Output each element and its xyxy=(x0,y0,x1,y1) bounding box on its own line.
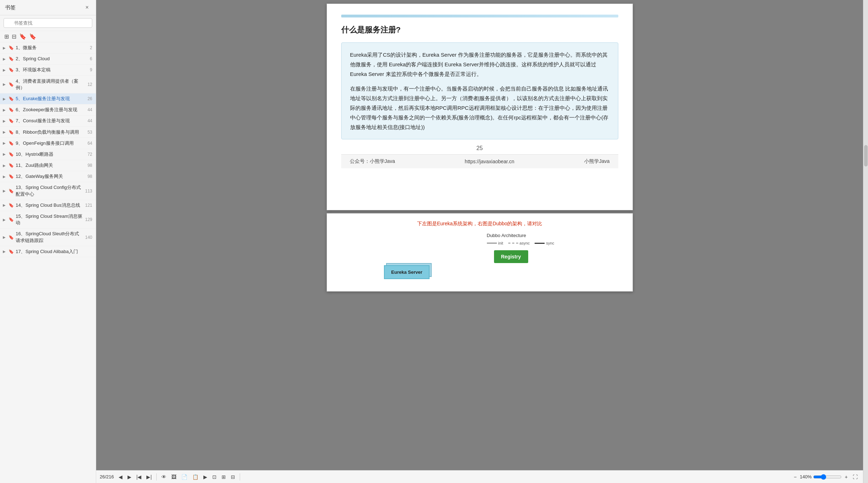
layout-1-button[interactable]: ⊡ xyxy=(210,473,218,481)
sidebar-item-9[interactable]: ▶ 🔖 9、OpenFeign服务接口调用 64 xyxy=(0,138,96,149)
eureka-diagram: Eureka Server xyxy=(341,233,473,279)
play-button[interactable]: ▶ xyxy=(202,473,209,481)
sidebar-item-7[interactable]: ▶ 🔖 7、Consul服务注册与发现 44 xyxy=(0,115,96,127)
nav-page-15: 129 xyxy=(84,217,92,222)
nav-page-5: 26 xyxy=(84,96,92,101)
dubbo-legend: init async sync xyxy=(487,241,618,245)
zoom-level: 140% xyxy=(800,474,812,479)
nav-arrow-7: ▶ xyxy=(3,119,7,123)
nav-bookmark-17: 🔖 xyxy=(9,249,14,254)
legend-async-line xyxy=(508,243,518,243)
nav-page-12: 98 xyxy=(84,174,92,179)
toolbar-sep-2 xyxy=(240,473,240,481)
nav-bookmark-3: 🔖 xyxy=(9,67,14,72)
pdf-viewer[interactable]: 什么是服务注册? Eureka采用了CS的设计架构，Eureka Server … xyxy=(96,0,863,470)
sidebar-item-15[interactable]: ▶ 🔖 15、Spring Cloud Stream消息驱动 129 xyxy=(0,211,96,228)
legend-init-label: init xyxy=(498,241,503,245)
page-footer: 公众号：小熊学Java https://javaxiaobear.cn 小熊学J… xyxy=(341,154,618,168)
search-wrap: 🔍 xyxy=(4,18,92,28)
legend-async: async xyxy=(508,241,530,245)
view-mode-3-button[interactable]: 📄 xyxy=(180,473,189,481)
nav-label-4: 4、消费者直接调用提供者（案例） xyxy=(16,78,84,91)
nav-arrow-5: ▶ xyxy=(3,97,7,101)
layout-2-button[interactable]: ⊞ xyxy=(220,473,228,481)
sidebar-header: 书签 × xyxy=(0,0,96,15)
nav-page-11: 98 xyxy=(84,163,92,168)
nav-arrow-2: ▶ xyxy=(3,57,7,61)
right-scrollbar[interactable] xyxy=(863,0,868,483)
sidebar-item-11[interactable]: ▶ 🔖 11、Zuul路由网关 98 xyxy=(0,160,96,171)
registry-box: Registry xyxy=(494,250,528,263)
sidebar-item-5[interactable]: ▶ 🔖 5、Eurake服务注册与发现 26 xyxy=(0,93,96,104)
expand-all-icon[interactable]: ⊞ xyxy=(4,33,9,40)
legend-init: init xyxy=(487,241,503,245)
diagram-area: Eureka Server Dubbo Architecture init xyxy=(341,233,618,279)
sidebar-item-16[interactable]: ▶ 🔖 16、SpringCloud Sleuth分布式请求链路跟踪 140 xyxy=(0,228,96,246)
nav-page-14: 121 xyxy=(84,203,92,208)
close-button[interactable]: × xyxy=(83,4,91,11)
diagram-caption: 下左图是Eureka系统架构，右图是Dubbo的架构，请对比 xyxy=(341,221,618,227)
footer-center: https://javaxiaobear.cn xyxy=(465,159,514,164)
nav-bookmark-13: 🔖 xyxy=(9,189,14,194)
sidebar-item-13[interactable]: ▶ 🔖 13、Spring Cloud Config分布式配置中心 113 xyxy=(0,182,96,200)
info-paragraph-2: 在服务注册与发现中，有一个注册中心。当服务器启动的时候，会把当前自己服务器的信息… xyxy=(350,84,609,132)
nav-arrow-16: ▶ xyxy=(3,235,7,239)
sidebar-title: 书签 xyxy=(5,4,16,11)
nav-bookmark-16: 🔖 xyxy=(9,235,14,240)
sidebar-item-10[interactable]: ▶ 🔖 10、Hystrix断路器 72 xyxy=(0,149,96,160)
sidebar-item-8[interactable]: ▶ 🔖 8、Ribbon负载均衡服务与调用 53 xyxy=(0,127,96,138)
view-mode-4-button[interactable]: 📋 xyxy=(191,473,200,481)
nav-label-11: 11、Zuul路由网关 xyxy=(16,162,84,169)
view-mode-2-button[interactable]: 🖼 xyxy=(170,473,178,481)
legend-sync-label: sync xyxy=(546,241,554,245)
fullscreen-button[interactable]: ⛶ xyxy=(851,473,859,481)
info-box: Eureka采用了CS的设计架构，Eureka Server 作为服务注册功能的… xyxy=(341,42,618,139)
nav-bookmark-9: 🔖 xyxy=(9,141,14,146)
zoom-out-button[interactable]: − xyxy=(792,473,798,481)
zoom-in-button[interactable]: + xyxy=(843,473,849,481)
page-current: 26 xyxy=(100,474,105,479)
sidebar-item-4[interactable]: ▶ 🔖 4、消费者直接调用提供者（案例） 12 xyxy=(0,76,96,93)
nav-arrow-6: ▶ xyxy=(3,108,7,112)
nav-arrow-1: ▶ xyxy=(3,46,7,50)
legend-init-line xyxy=(487,243,497,243)
search-input[interactable] xyxy=(4,18,92,28)
main-content: 什么是服务注册? Eureka采用了CS的设计架构，Eureka Server … xyxy=(96,0,863,470)
sidebar: 书签 × 🔍 ⊞ ⊟ 🔖 🔖 ▶ 🔖 1、微服务 2 ▶ 🔖 2、Spring … xyxy=(0,0,96,483)
nav-label-15: 15、Spring Cloud Stream消息驱动 xyxy=(16,213,84,226)
zoom-slider[interactable] xyxy=(813,474,842,480)
last-page-button[interactable]: ▶| xyxy=(145,473,154,481)
scrollbar-thumb xyxy=(864,145,868,166)
sidebar-item-2[interactable]: ▶ 🔖 2、Spring Cloud 6 xyxy=(0,53,96,65)
layout-3-button[interactable]: ⊟ xyxy=(229,473,237,481)
nav-bookmark-7: 🔖 xyxy=(9,118,14,123)
nav-page-9: 64 xyxy=(84,141,92,146)
footer-left: 公众号：小熊学Java xyxy=(350,158,395,165)
sidebar-item-1[interactable]: ▶ 🔖 1、微服务 2 xyxy=(0,42,96,53)
sidebar-item-3[interactable]: ▶ 🔖 3、环境版本定稿 9 xyxy=(0,65,96,76)
nav-page-8: 53 xyxy=(84,130,92,135)
bottom-toolbar: 26/216 ◀ ▶ |◀ ▶| 👁 🖼 📄 📋 ▶ ⊡ ⊞ ⊟ − 140% … xyxy=(96,470,863,483)
bookmark-icon-1[interactable]: 🔖 xyxy=(19,33,26,40)
first-page-button[interactable]: |◀ xyxy=(135,473,144,481)
collapse-all-icon[interactable]: ⊟ xyxy=(12,33,16,40)
eureka-stack: Eureka Server xyxy=(384,265,429,279)
section-title: 什么是服务注册? xyxy=(341,25,618,35)
legend-sync-line xyxy=(535,243,545,244)
page-top-bar xyxy=(341,15,618,17)
nav-label-13: 13、Spring Cloud Config分布式配置中心 xyxy=(16,184,84,197)
sidebar-item-6[interactable]: ▶ 🔖 6、Zookeeper服务注册与发现 44 xyxy=(0,104,96,115)
next-page-button[interactable]: ▶ xyxy=(126,473,133,481)
pdf-page-1: 什么是服务注册? Eureka采用了CS的设计架构，Eureka Server … xyxy=(327,4,633,210)
bookmark-icon-2[interactable]: 🔖 xyxy=(29,33,36,40)
nav-bookmark-4: 🔖 xyxy=(9,82,14,87)
sidebar-item-14[interactable]: ▶ 🔖 14、Spring Cloud Bus消息总线 121 xyxy=(0,200,96,211)
footer-right: 小熊学Java xyxy=(584,158,610,165)
sidebar-item-17[interactable]: ▶ 🔖 17、Spring Cloud Alibaba入门 xyxy=(0,246,96,257)
nav-arrow-3: ▶ xyxy=(3,68,7,72)
view-mode-1-button[interactable]: 👁 xyxy=(160,473,168,481)
nav-arrow-11: ▶ xyxy=(3,164,7,168)
dubbo-title: Dubbo Architecture xyxy=(487,233,618,238)
prev-page-button[interactable]: ◀ xyxy=(117,473,124,481)
sidebar-item-12[interactable]: ▶ 🔖 12、GateWay服务网关 98 xyxy=(0,171,96,182)
